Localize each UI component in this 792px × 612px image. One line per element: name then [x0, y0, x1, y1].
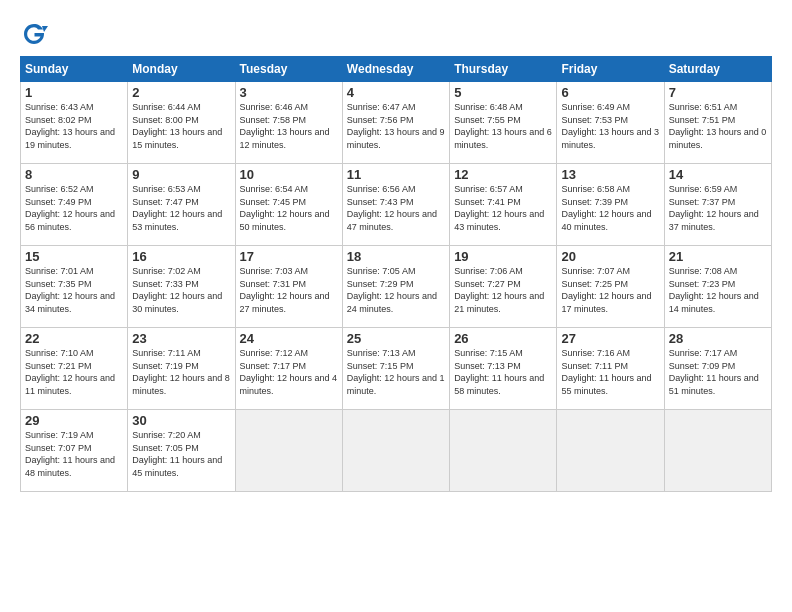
col-tuesday: Tuesday	[235, 57, 342, 82]
calendar-cell	[450, 410, 557, 492]
calendar-cell: 8Sunrise: 6:52 AMSunset: 7:49 PMDaylight…	[21, 164, 128, 246]
day-info: Sunrise: 7:08 AMSunset: 7:23 PMDaylight:…	[669, 265, 767, 315]
header	[20, 16, 772, 48]
calendar-cell: 12Sunrise: 6:57 AMSunset: 7:41 PMDayligh…	[450, 164, 557, 246]
calendar-cell: 13Sunrise: 6:58 AMSunset: 7:39 PMDayligh…	[557, 164, 664, 246]
col-sunday: Sunday	[21, 57, 128, 82]
day-info: Sunrise: 6:49 AMSunset: 7:53 PMDaylight:…	[561, 101, 659, 151]
day-number: 8	[25, 167, 123, 182]
day-number: 9	[132, 167, 230, 182]
day-number: 6	[561, 85, 659, 100]
day-info: Sunrise: 7:15 AMSunset: 7:13 PMDaylight:…	[454, 347, 552, 397]
day-info: Sunrise: 7:02 AMSunset: 7:33 PMDaylight:…	[132, 265, 230, 315]
day-number: 30	[132, 413, 230, 428]
calendar-cell: 28Sunrise: 7:17 AMSunset: 7:09 PMDayligh…	[664, 328, 771, 410]
calendar-table: Sunday Monday Tuesday Wednesday Thursday…	[20, 56, 772, 492]
day-info: Sunrise: 6:58 AMSunset: 7:39 PMDaylight:…	[561, 183, 659, 233]
day-number: 13	[561, 167, 659, 182]
day-info: Sunrise: 6:51 AMSunset: 7:51 PMDaylight:…	[669, 101, 767, 151]
day-number: 7	[669, 85, 767, 100]
day-number: 19	[454, 249, 552, 264]
page-container: Sunday Monday Tuesday Wednesday Thursday…	[0, 0, 792, 502]
day-info: Sunrise: 6:53 AMSunset: 7:47 PMDaylight:…	[132, 183, 230, 233]
day-number: 16	[132, 249, 230, 264]
calendar-cell: 4Sunrise: 6:47 AMSunset: 7:56 PMDaylight…	[342, 82, 449, 164]
day-number: 18	[347, 249, 445, 264]
calendar-cell: 2Sunrise: 6:44 AMSunset: 8:00 PMDaylight…	[128, 82, 235, 164]
day-info: Sunrise: 6:46 AMSunset: 7:58 PMDaylight:…	[240, 101, 338, 151]
day-number: 15	[25, 249, 123, 264]
day-info: Sunrise: 7:03 AMSunset: 7:31 PMDaylight:…	[240, 265, 338, 315]
calendar-cell: 29Sunrise: 7:19 AMSunset: 7:07 PMDayligh…	[21, 410, 128, 492]
calendar-cell: 26Sunrise: 7:15 AMSunset: 7:13 PMDayligh…	[450, 328, 557, 410]
col-wednesday: Wednesday	[342, 57, 449, 82]
day-info: Sunrise: 7:01 AMSunset: 7:35 PMDaylight:…	[25, 265, 123, 315]
calendar-row-3: 22Sunrise: 7:10 AMSunset: 7:21 PMDayligh…	[21, 328, 772, 410]
day-info: Sunrise: 6:44 AMSunset: 8:00 PMDaylight:…	[132, 101, 230, 151]
day-info: Sunrise: 6:57 AMSunset: 7:41 PMDaylight:…	[454, 183, 552, 233]
calendar-row-4: 29Sunrise: 7:19 AMSunset: 7:07 PMDayligh…	[21, 410, 772, 492]
day-number: 5	[454, 85, 552, 100]
calendar-cell: 30Sunrise: 7:20 AMSunset: 7:05 PMDayligh…	[128, 410, 235, 492]
day-number: 3	[240, 85, 338, 100]
day-number: 14	[669, 167, 767, 182]
day-info: Sunrise: 6:48 AMSunset: 7:55 PMDaylight:…	[454, 101, 552, 151]
calendar-cell: 5Sunrise: 6:48 AMSunset: 7:55 PMDaylight…	[450, 82, 557, 164]
calendar-cell	[557, 410, 664, 492]
day-info: Sunrise: 7:12 AMSunset: 7:17 PMDaylight:…	[240, 347, 338, 397]
calendar-cell: 23Sunrise: 7:11 AMSunset: 7:19 PMDayligh…	[128, 328, 235, 410]
day-number: 17	[240, 249, 338, 264]
calendar-cell: 18Sunrise: 7:05 AMSunset: 7:29 PMDayligh…	[342, 246, 449, 328]
day-info: Sunrise: 7:20 AMSunset: 7:05 PMDaylight:…	[132, 429, 230, 479]
day-info: Sunrise: 6:43 AMSunset: 8:02 PMDaylight:…	[25, 101, 123, 151]
day-number: 12	[454, 167, 552, 182]
calendar-cell	[235, 410, 342, 492]
calendar-row-1: 8Sunrise: 6:52 AMSunset: 7:49 PMDaylight…	[21, 164, 772, 246]
day-info: Sunrise: 7:07 AMSunset: 7:25 PMDaylight:…	[561, 265, 659, 315]
logo-icon	[20, 20, 48, 48]
calendar-cell: 14Sunrise: 6:59 AMSunset: 7:37 PMDayligh…	[664, 164, 771, 246]
calendar-cell: 24Sunrise: 7:12 AMSunset: 7:17 PMDayligh…	[235, 328, 342, 410]
day-info: Sunrise: 7:06 AMSunset: 7:27 PMDaylight:…	[454, 265, 552, 315]
calendar-cell: 22Sunrise: 7:10 AMSunset: 7:21 PMDayligh…	[21, 328, 128, 410]
calendar-cell: 20Sunrise: 7:07 AMSunset: 7:25 PMDayligh…	[557, 246, 664, 328]
calendar-cell: 19Sunrise: 7:06 AMSunset: 7:27 PMDayligh…	[450, 246, 557, 328]
calendar-cell: 6Sunrise: 6:49 AMSunset: 7:53 PMDaylight…	[557, 82, 664, 164]
day-info: Sunrise: 7:19 AMSunset: 7:07 PMDaylight:…	[25, 429, 123, 479]
calendar-cell: 17Sunrise: 7:03 AMSunset: 7:31 PMDayligh…	[235, 246, 342, 328]
day-number: 4	[347, 85, 445, 100]
day-number: 24	[240, 331, 338, 346]
day-number: 20	[561, 249, 659, 264]
day-number: 26	[454, 331, 552, 346]
day-number: 21	[669, 249, 767, 264]
col-saturday: Saturday	[664, 57, 771, 82]
calendar-cell: 3Sunrise: 6:46 AMSunset: 7:58 PMDaylight…	[235, 82, 342, 164]
day-number: 23	[132, 331, 230, 346]
col-thursday: Thursday	[450, 57, 557, 82]
header-row: Sunday Monday Tuesday Wednesday Thursday…	[21, 57, 772, 82]
calendar-cell: 10Sunrise: 6:54 AMSunset: 7:45 PMDayligh…	[235, 164, 342, 246]
day-info: Sunrise: 6:52 AMSunset: 7:49 PMDaylight:…	[25, 183, 123, 233]
day-info: Sunrise: 7:11 AMSunset: 7:19 PMDaylight:…	[132, 347, 230, 397]
col-friday: Friday	[557, 57, 664, 82]
calendar-cell: 15Sunrise: 7:01 AMSunset: 7:35 PMDayligh…	[21, 246, 128, 328]
calendar-cell: 16Sunrise: 7:02 AMSunset: 7:33 PMDayligh…	[128, 246, 235, 328]
day-number: 2	[132, 85, 230, 100]
col-monday: Monday	[128, 57, 235, 82]
day-number: 11	[347, 167, 445, 182]
day-info: Sunrise: 7:17 AMSunset: 7:09 PMDaylight:…	[669, 347, 767, 397]
calendar-cell	[342, 410, 449, 492]
day-number: 27	[561, 331, 659, 346]
day-info: Sunrise: 6:54 AMSunset: 7:45 PMDaylight:…	[240, 183, 338, 233]
calendar-cell: 11Sunrise: 6:56 AMSunset: 7:43 PMDayligh…	[342, 164, 449, 246]
day-number: 25	[347, 331, 445, 346]
day-info: Sunrise: 7:10 AMSunset: 7:21 PMDaylight:…	[25, 347, 123, 397]
calendar-cell: 1Sunrise: 6:43 AMSunset: 8:02 PMDaylight…	[21, 82, 128, 164]
calendar-cell: 7Sunrise: 6:51 AMSunset: 7:51 PMDaylight…	[664, 82, 771, 164]
day-number: 1	[25, 85, 123, 100]
calendar-row-2: 15Sunrise: 7:01 AMSunset: 7:35 PMDayligh…	[21, 246, 772, 328]
logo	[20, 20, 52, 48]
calendar-cell: 27Sunrise: 7:16 AMSunset: 7:11 PMDayligh…	[557, 328, 664, 410]
day-info: Sunrise: 6:47 AMSunset: 7:56 PMDaylight:…	[347, 101, 445, 151]
day-number: 29	[25, 413, 123, 428]
